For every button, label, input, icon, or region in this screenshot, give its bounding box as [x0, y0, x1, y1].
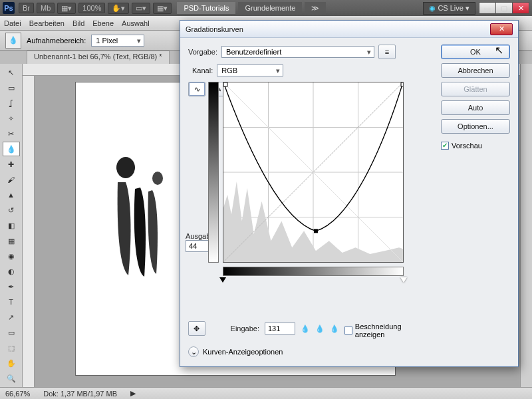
- zoom-tool[interactable]: 🔍: [3, 371, 20, 386]
- app-titlebar: Ps Br Mb ▦▾ 100% ✋▾ ▭▾ ▦▾ PSD-Tutorials …: [0, 0, 532, 16]
- dialog-title: Gradationskurven: [186, 25, 243, 33]
- canvas-artwork: [106, 156, 186, 282]
- ok-button[interactable]: OK: [441, 45, 510, 59]
- heal-tool[interactable]: ✚: [3, 157, 20, 172]
- dialog-close-button[interactable]: ✕: [490, 23, 513, 35]
- eyedropper-tool[interactable]: 💧: [3, 142, 20, 156]
- preview-label: Vorschau: [452, 142, 482, 150]
- svg-rect-11: [314, 229, 318, 233]
- app-logo: Ps: [3, 2, 15, 14]
- preset-menu-icon[interactable]: ≡: [378, 45, 396, 59]
- svg-rect-12: [401, 82, 403, 86]
- options-button[interactable]: Optionen...: [441, 119, 510, 134]
- show-clipping-checkbox[interactable]: Beschneidung anzeigen: [344, 323, 432, 338]
- channel-label: Kanal:: [192, 66, 213, 74]
- svg-point-0: [116, 157, 135, 178]
- zoom-chip[interactable]: 100%: [78, 3, 105, 13]
- menu-edit[interactable]: Bearbeiten: [29, 19, 65, 27]
- minibridge-chip[interactable]: Mb: [37, 3, 55, 13]
- menu-file[interactable]: Datei: [4, 19, 21, 27]
- curves-dialog: Gradationskurven ✕ Vorgabe: Benutzerdefi…: [180, 20, 519, 367]
- svg-rect-10: [223, 82, 227, 86]
- toolbox: ↖ ▭ ʆ ✧ ✂ 💧 ✚ 🖌 ▲ ↺ ◧ ▦ ◉ ◐ ✒ T ↗ ▭ ⬚ ✋ …: [0, 64, 23, 387]
- white-point-slider[interactable]: [400, 277, 407, 283]
- move-tool[interactable]: ↖: [3, 65, 20, 80]
- window-minimize-button[interactable]: —: [479, 2, 496, 14]
- preset-label: Vorgabe:: [188, 48, 217, 56]
- screen-chip[interactable]: ▭▾: [132, 3, 150, 14]
- status-docsize[interactable]: Dok: 1,37 MB/1,97 MB: [43, 390, 117, 398]
- bridge-chip[interactable]: Br: [19, 3, 34, 13]
- black-eyedropper-icon[interactable]: 💧: [301, 325, 310, 333]
- targeted-adjust-icon[interactable]: ✥: [188, 321, 205, 336]
- lasso-tool[interactable]: ʆ: [3, 96, 20, 110]
- preset-dropdown[interactable]: Benutzerdefiniert: [221, 46, 374, 58]
- path-tool[interactable]: ↗: [3, 310, 20, 325]
- brush-tool[interactable]: 🖌: [3, 172, 20, 187]
- dialog-titlebar[interactable]: Gradationskurven ✕: [180, 21, 518, 38]
- samplesize-dropdown[interactable]: 1 Pixel: [91, 35, 144, 47]
- gray-eyedropper-icon[interactable]: 💧: [315, 325, 325, 333]
- hand-chip[interactable]: ✋▾: [108, 3, 129, 14]
- eraser-tool[interactable]: ◧: [3, 218, 20, 233]
- cslive-label: CS Live: [438, 4, 464, 12]
- type-tool[interactable]: T: [3, 295, 20, 309]
- chevron-down-icon: ⌄: [188, 346, 199, 357]
- disclosure-label: Kurven-Anzeigeoptionen: [203, 348, 283, 356]
- auto-button[interactable]: Auto: [441, 100, 510, 115]
- right-dock[interactable]: [520, 64, 532, 387]
- input-label: Eingabe:: [231, 325, 259, 332]
- menu-image[interactable]: Bild: [72, 19, 84, 27]
- arrange-chip[interactable]: ▦▾: [57, 3, 76, 14]
- gradient-tool[interactable]: ▦: [3, 233, 20, 248]
- shape-tool[interactable]: ▭: [3, 325, 20, 340]
- curve-display-disclosure[interactable]: ⌄ Kurven-Anzeigeoptionen: [188, 346, 432, 357]
- menu-layer[interactable]: Ebene: [92, 19, 114, 27]
- ruler-vertical: [23, 76, 35, 387]
- document-tab[interactable]: Unbenannt-1 bei 66,7% (Text, RGB/8) *: [27, 51, 170, 64]
- stamp-tool[interactable]: ▲: [3, 188, 20, 202]
- input-field[interactable]: [265, 323, 295, 334]
- history-tool[interactable]: ↺: [3, 203, 20, 217]
- blur-tool[interactable]: ◉: [3, 249, 20, 263]
- pen-tool[interactable]: ✒: [3, 279, 20, 294]
- preview-checkbox[interactable]: ✔Vorschau: [441, 142, 510, 150]
- extras-chip[interactable]: ▦▾: [153, 3, 172, 14]
- channel-dropdown[interactable]: RGB: [217, 65, 283, 76]
- marquee-tool[interactable]: ▭: [3, 80, 20, 95]
- eyedropper-icon[interactable]: 💧: [5, 33, 21, 49]
- show-clipping-label: Beschneidung anzeigen: [355, 323, 432, 338]
- cancel-button[interactable]: Abbrechen: [441, 63, 510, 78]
- svg-point-1: [152, 172, 163, 185]
- wand-tool[interactable]: ✧: [3, 111, 20, 126]
- cslive-menu[interactable]: ◉ CS Live ▾: [423, 2, 475, 15]
- gradient-vertical: [208, 82, 219, 263]
- gradient-horizontal: [223, 267, 404, 276]
- dodge-tool[interactable]: ◐: [3, 264, 20, 279]
- 3d-tool[interactable]: ⬚: [3, 340, 20, 355]
- status-arrow-icon: ▶: [130, 389, 136, 398]
- workspace-tab-more[interactable]: ≫: [305, 2, 326, 15]
- samplesize-label: Aufnahmebereich:: [27, 37, 86, 45]
- status-zoom[interactable]: 66,67%: [5, 390, 30, 398]
- window-close-button[interactable]: ✕: [512, 2, 529, 14]
- window-maximize-button[interactable]: ▢: [495, 2, 513, 14]
- workspace-tab-other[interactable]: Grundelemente: [238, 2, 302, 14]
- curves-grid[interactable]: [223, 82, 404, 263]
- crop-tool[interactable]: ✂: [3, 126, 20, 141]
- white-eyedropper-icon[interactable]: 💧: [330, 325, 339, 333]
- black-point-slider[interactable]: [219, 277, 226, 283]
- smooth-button[interactable]: Glätten: [441, 82, 510, 96]
- curve-mode-point-icon[interactable]: ∿: [188, 82, 205, 96]
- hand-tool[interactable]: ✋: [3, 356, 20, 370]
- menu-select[interactable]: Auswahl: [122, 19, 150, 27]
- status-bar: 66,67% Dok: 1,37 MB/1,97 MB ▶: [0, 387, 532, 399]
- workspace-tab-active[interactable]: PSD-Tutorials: [177, 2, 235, 14]
